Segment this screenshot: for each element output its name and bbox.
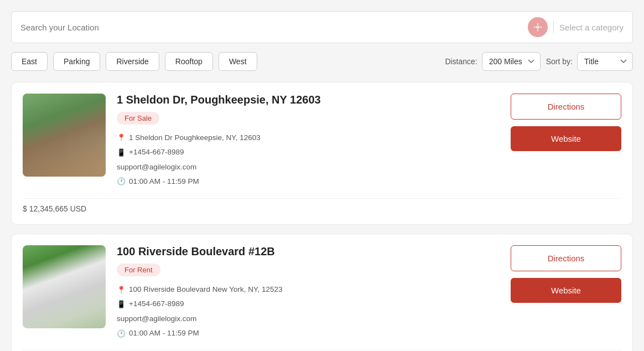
listing-email-2: support@agilelogix.com xyxy=(117,312,196,326)
listing-phone-row-2: 📱 +1454-667-8989 xyxy=(117,297,500,311)
listing-address-row-1: 📍 1 Sheldon Dr Poughkeepsie, NY, 12603 xyxy=(117,131,500,144)
listing-card-2: 100 Riverside Boulevard #12B For Rent 📍 … xyxy=(11,234,633,351)
house-image-2 xyxy=(23,245,106,328)
website-button-1[interactable]: Website xyxy=(511,126,621,151)
distance-select[interactable]: 200 Miles 50 Miles 100 Miles 500 Miles xyxy=(482,52,541,71)
listing-phone-row-1: 📱 +1454-667-8989 xyxy=(117,146,500,159)
listing-details-1: 1 Sheldon Dr, Poughkeepsie, NY 12603 For… xyxy=(117,94,500,189)
house-image-1 xyxy=(23,94,106,177)
phone-icon-2: 📱 xyxy=(117,298,126,311)
listing-price-1: $ 12,345,665 USD xyxy=(23,198,621,213)
search-divider xyxy=(553,20,554,34)
sort-filter-group: Sort by: Title Price Distance xyxy=(546,52,633,71)
filter-tag-riverside[interactable]: Riverside xyxy=(106,52,159,71)
listing-address-1: 1 Sheldon Dr Poughkeepsie, NY, 12603 xyxy=(129,131,261,144)
map-icon-1: 📍 xyxy=(117,131,126,144)
sort-select[interactable]: Title Price Distance xyxy=(577,52,633,71)
listing-hours-row-2: 🕐 01:00 AM - 11:59 PM xyxy=(117,327,500,340)
listing-details-2: 100 Riverside Boulevard #12B For Rent 📍 … xyxy=(117,245,500,341)
map-icon-2: 📍 xyxy=(117,283,126,296)
filters-row: East Parking Riverside Rooftop West Dist… xyxy=(11,52,633,71)
category-placeholder: Select a category xyxy=(559,23,624,32)
filter-tag-rooftop[interactable]: Rooftop xyxy=(165,52,213,71)
listing-title-2: 100 Riverside Boulevard #12B xyxy=(117,245,500,258)
filter-tag-parking[interactable]: Parking xyxy=(53,52,100,71)
listing-badge-1: For Sale xyxy=(117,112,159,125)
listing-email-1: support@agilelogix.com xyxy=(117,161,196,174)
website-button-2[interactable]: Website xyxy=(511,278,621,303)
listing-title-1: 1 Sheldon Dr, Poughkeepsie, NY 12603 xyxy=(117,94,500,106)
listing-hours-row-1: 🕐 01:00 AM - 11:59 PM xyxy=(117,175,500,188)
filter-tag-east[interactable]: East xyxy=(11,52,48,71)
listing-actions-2: Directions Website xyxy=(511,245,621,303)
listing-actions-1: Directions Website xyxy=(511,94,621,151)
clock-icon-1: 🕐 xyxy=(117,175,126,188)
listing-phone-1: +1454-667-8989 xyxy=(129,146,184,159)
listing-hours-1: 01:00 AM - 11:59 PM xyxy=(129,175,199,188)
listing-address-2: 100 Riverside Boulevard New York, NY, 12… xyxy=(129,283,282,296)
directions-button-1[interactable]: Directions xyxy=(511,94,621,120)
listing-badge-2: For Rent xyxy=(117,264,160,276)
phone-icon-1: 📱 xyxy=(117,146,126,159)
directions-button-2[interactable]: Directions xyxy=(511,245,621,271)
listing-hours-2: 01:00 AM - 11:59 PM xyxy=(129,327,199,340)
listing-image-2 xyxy=(23,245,106,328)
listing-card-1: 1 Sheldon Dr, Poughkeepsie, NY 12603 For… xyxy=(11,82,633,225)
listing-info-1: 📍 1 Sheldon Dr Poughkeepsie, NY, 12603 📱… xyxy=(117,131,500,188)
svg-point-0 xyxy=(537,26,539,28)
sort-label: Sort by: xyxy=(546,57,573,66)
price-text-1: $ 12,345,665 USD xyxy=(23,204,86,213)
listing-address-row-2: 📍 100 Riverside Boulevard New York, NY, … xyxy=(117,283,500,296)
search-input[interactable] xyxy=(20,23,522,32)
filter-tag-west[interactable]: West xyxy=(219,52,257,71)
listing-phone-2: +1454-667-8989 xyxy=(129,297,184,311)
distance-filter-group: Distance: 200 Miles 50 Miles 100 Miles 5… xyxy=(445,52,540,71)
location-icon[interactable] xyxy=(528,17,548,37)
distance-label: Distance: xyxy=(445,57,477,66)
listing-info-2: 📍 100 Riverside Boulevard New York, NY, … xyxy=(117,283,500,340)
clock-icon-2: 🕐 xyxy=(117,327,126,340)
listing-image-1 xyxy=(23,94,106,177)
listing-email-row-2: support@agilelogix.com xyxy=(117,312,500,326)
listing-email-row-1: support@agilelogix.com xyxy=(117,161,500,174)
search-bar: Select a category xyxy=(11,11,633,43)
